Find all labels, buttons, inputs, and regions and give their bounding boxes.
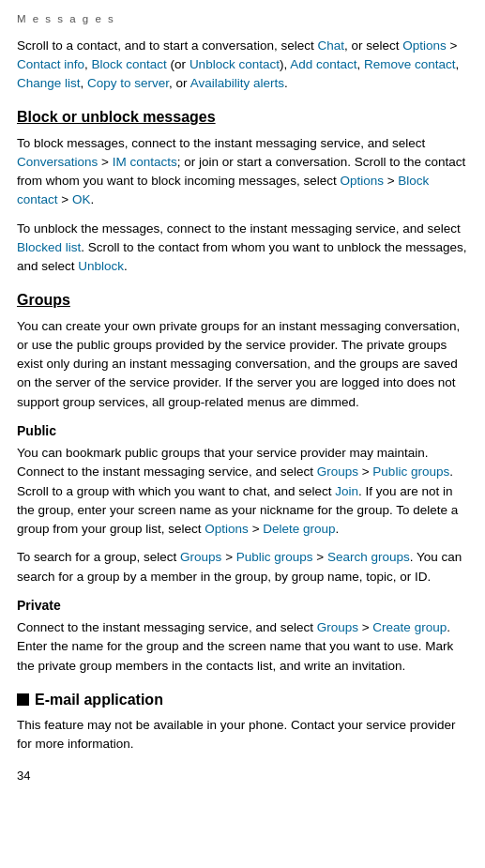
contact-info-link[interactable]: Contact info <box>17 57 84 71</box>
intro-paragraph: Scroll to a contact, and to start a conv… <box>17 37 468 94</box>
groups-link2[interactable]: Groups <box>180 550 221 564</box>
intro-text2: , or select <box>344 38 402 53</box>
intro-text7: , <box>357 57 365 71</box>
unblock-contact-link[interactable]: Unblock contact <box>189 57 280 71</box>
conversations-link[interactable]: Conversations <box>17 155 98 169</box>
change-list-link[interactable]: Change list <box>17 76 81 90</box>
delete-group-link[interactable]: Delete group <box>263 522 335 536</box>
page-container: M e s s a g e s Scroll to a contact, and… <box>0 0 485 803</box>
block-contact-link[interactable]: Block contact <box>92 57 167 71</box>
private-para-text1: Connect to the instant messaging service… <box>17 620 317 634</box>
groups-link1[interactable]: Groups <box>317 464 358 479</box>
block-section-title: Block or unblock messages <box>17 106 468 128</box>
public-para1-text5: > <box>249 522 263 536</box>
page-number: 34 <box>17 768 468 785</box>
block-para1-text6: . <box>90 192 94 206</box>
public-groups-link2[interactable]: Public groups <box>236 550 313 564</box>
public-para1-text2: > <box>358 464 372 479</box>
public-para2-text3: > <box>313 550 327 564</box>
email-para: This feature may not be available in you… <box>17 716 468 754</box>
create-group-link[interactable]: Create group <box>372 620 447 634</box>
private-para-text2: > <box>358 620 372 634</box>
private-para: Connect to the instant messaging service… <box>17 618 468 676</box>
intro-text6: ), <box>280 57 290 71</box>
search-groups-link[interactable]: Search groups <box>327 550 410 564</box>
intro-text8: , <box>456 57 460 71</box>
block-para1-text4: > <box>384 174 398 188</box>
copy-to-server-link[interactable]: Copy to server <box>87 76 169 90</box>
public-groups-link[interactable]: Public groups <box>372 464 449 479</box>
remove-contact-link[interactable]: Remove contact <box>364 57 456 71</box>
groups-intro: You can create your own private groups f… <box>17 317 468 412</box>
options-link2[interactable]: Options <box>205 522 249 536</box>
block-para2: To unblock the messages, connect to the … <box>17 220 468 277</box>
block-para1-text5: > <box>58 192 72 206</box>
intro-text10: , or <box>169 76 190 90</box>
block-para2-text3: . <box>124 259 128 273</box>
public-para1-text6: . <box>336 522 340 536</box>
im-contacts-link[interactable]: IM contacts <box>113 155 177 169</box>
block-para1-text2: > <box>98 155 112 169</box>
block-para2-text1: To unblock the messages, connect to the … <box>17 221 461 236</box>
intro-text4: , <box>84 57 92 71</box>
intro-text11: . <box>284 76 288 90</box>
public-subsection-title: Public <box>17 421 468 440</box>
options-link[interactable]: Options <box>402 38 447 53</box>
intro-text9: , <box>81 76 88 90</box>
intro-text5: (or <box>167 57 189 71</box>
add-contact-link[interactable]: Add contact <box>290 57 356 71</box>
public-para2-text1: To search for a group, select <box>17 550 180 564</box>
groups-section-title: Groups <box>17 289 468 311</box>
public-para2: To search for a group, select Groups > P… <box>17 548 468 586</box>
chat-link[interactable]: Chat <box>317 38 344 53</box>
groups-link3[interactable]: Groups <box>317 620 358 634</box>
join-link[interactable]: Join <box>335 484 358 498</box>
private-subsection-title: Private <box>17 596 468 615</box>
page-header: M e s s a g e s <box>17 11 468 27</box>
intro-text3: > <box>447 38 458 53</box>
unblock-link[interactable]: Unblock <box>78 259 124 273</box>
block-options-link[interactable]: Options <box>340 174 384 188</box>
bullet-square-icon <box>17 693 29 706</box>
blocked-list-link[interactable]: Blocked list <box>17 240 81 254</box>
block-para1: To block messages, connect to the instan… <box>17 134 468 210</box>
intro-text1: Scroll to a contact, and to start a conv… <box>17 38 317 53</box>
email-section-title-text: E-mail application <box>35 689 163 710</box>
public-para2-text2: > <box>221 550 235 564</box>
availability-alerts-link[interactable]: Availability alerts <box>190 76 284 90</box>
public-para1: You can bookmark public groups that your… <box>17 444 468 539</box>
block-para1-text1: To block messages, connect to the instan… <box>17 136 425 150</box>
ok-link[interactable]: OK <box>72 192 91 206</box>
email-section-header: E-mail application <box>17 689 468 710</box>
